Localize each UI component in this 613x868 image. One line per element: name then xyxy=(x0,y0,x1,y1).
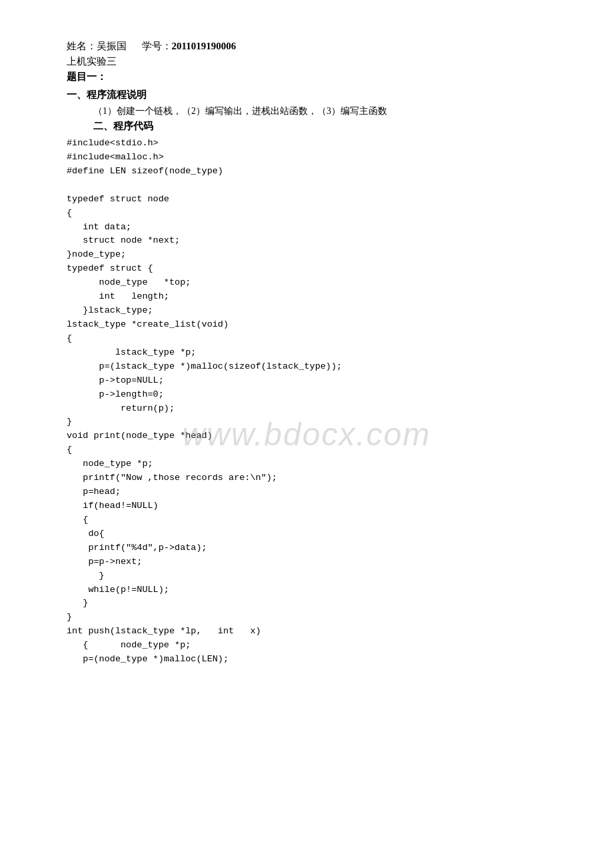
student-id-value: 2011019190006 xyxy=(172,41,237,51)
problem-title: 题目一： xyxy=(67,71,560,83)
header-line1: 姓名：吴振国 学号：2011019190006 xyxy=(67,40,560,53)
experiment-title: 上机实验三 xyxy=(67,55,560,68)
name-label: 姓名：吴振国 xyxy=(67,41,127,51)
student-id-label: 学号： xyxy=(142,41,172,51)
section1-description: （1）创建一个链栈，（2）编写输出，进栈出站函数，（3）编写主函数 xyxy=(93,105,560,117)
section1-title: 一、程序流程说明 xyxy=(67,89,560,101)
code-content: #include<stdio.h> #include<malloc.h> #de… xyxy=(67,137,560,667)
section2-title: 二、程序代码 xyxy=(93,120,560,133)
header-section: 姓名：吴振国 学号：2011019190006 上机实验三 题目一： xyxy=(67,40,560,83)
